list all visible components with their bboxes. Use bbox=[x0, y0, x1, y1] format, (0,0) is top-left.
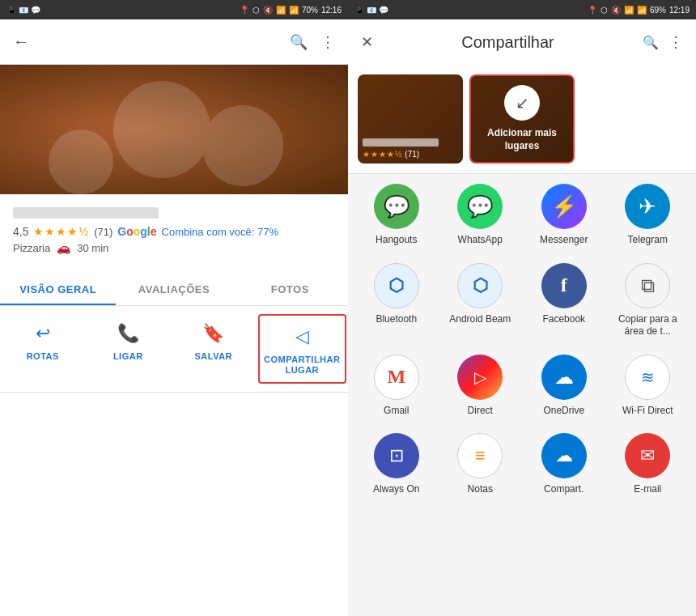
close-button[interactable]: ✕ bbox=[361, 33, 373, 51]
tab-fotos[interactable]: FOTOS bbox=[232, 274, 348, 305]
share-item-bluetooth[interactable]: ⬡ Bluetooth bbox=[361, 263, 432, 338]
left-panel: 📱 📧 💬 📍 ⬡ 🔇 📶 📶 70% 12:16 ← 🔍 ⋮ 4,5 bbox=[0, 0, 348, 616]
thumbnails-row: ★★★★½ (71) ↙ Adicionar mais lugares bbox=[348, 65, 696, 174]
search-button-right[interactable]: 🔍 bbox=[643, 35, 659, 50]
right-app-icons: 📱 📧 💬 bbox=[354, 6, 388, 15]
share-row-3: M Gmail ▷ Direct ☁ OneDrive ≋ Wi-Fi Dire… bbox=[354, 355, 690, 418]
search-button[interactable]: 🔍 bbox=[290, 33, 308, 51]
status-left-icons: 📱 📧 💬 bbox=[6, 6, 40, 15]
ligar-button[interactable]: 📞 LIGAR bbox=[86, 312, 172, 385]
battery-right: 69% bbox=[650, 6, 666, 15]
category-row: Pizzaria 🚗 30 min bbox=[13, 241, 335, 254]
bluetooth-label: Bluetooth bbox=[376, 313, 417, 326]
tabs-bar: VISÃO GERAL AVALIAÇÕES FOTOS bbox=[0, 274, 348, 306]
add-more-icon: ↙ bbox=[504, 85, 540, 121]
facebook-icon: f bbox=[541, 263, 587, 308]
direct-icon: ▷ bbox=[457, 355, 503, 400]
share-row-4: ⊡ Always On ≡ Notas ☁ Compart. ✉ E-mail bbox=[354, 433, 690, 496]
whatsapp-label: WhatsApp bbox=[458, 234, 503, 247]
widirect-icon: ≋ bbox=[625, 355, 670, 400]
alwayson-label: Always On bbox=[373, 483, 419, 496]
widirect-label: Wi-Fi Direct bbox=[622, 405, 673, 418]
alwayson-icon: ⊡ bbox=[374, 433, 419, 478]
androidbeam-label: Android Beam bbox=[449, 313, 511, 326]
add-more-label: Adicionar mais lugares bbox=[471, 127, 573, 152]
action-bar: ↩ ROTAS 📞 LIGAR 🔖 SALVAR ◁ COMPARTILHAR … bbox=[0, 306, 348, 393]
place-name-blurred bbox=[13, 207, 159, 219]
share-item-facebook[interactable]: f Facebook bbox=[528, 263, 600, 338]
email-label: E-mail bbox=[634, 483, 661, 496]
compartilhar-button[interactable]: ◁ COMPARTILHAR LUGAR bbox=[258, 314, 347, 384]
share-item-email[interactable]: ✉ E-mail bbox=[612, 433, 683, 496]
messenger-label: Messenger bbox=[540, 234, 588, 247]
right-status-right: 📍 ⬡ 🔇 📶 📶 69% 12:19 bbox=[588, 6, 690, 15]
left-header: ← 🔍 ⋮ bbox=[0, 19, 348, 65]
tab-visao-geral[interactable]: VISÃO GERAL bbox=[0, 274, 116, 305]
location-icon: 📍 bbox=[240, 6, 249, 15]
messenger-icon: ⚡ bbox=[541, 184, 587, 229]
phone-icon: 📞 bbox=[113, 319, 142, 348]
share-title: Compartilhar bbox=[373, 33, 643, 52]
tab-avaliacoes[interactable]: AVALIAÇÕES bbox=[116, 274, 231, 305]
notas-label: Notas bbox=[468, 483, 493, 496]
time-left: 12:16 bbox=[321, 6, 342, 15]
share-item-telegram[interactable]: ✈ Telegram bbox=[612, 184, 683, 247]
right-silent: 🔇 bbox=[611, 6, 621, 15]
place-thumbnail[interactable]: ★★★★½ (71) bbox=[358, 74, 463, 164]
rating-row: 4,5 ★★★★½ (71) Google Combina com você: … bbox=[13, 225, 335, 238]
place-hero-image bbox=[0, 65, 348, 194]
rotas-button[interactable]: ↩ ROTAS bbox=[0, 312, 86, 385]
hangouts-icon: 💬 bbox=[374, 184, 419, 229]
telegram-label: Telegram bbox=[628, 234, 668, 247]
more-button-right[interactable]: ⋮ bbox=[668, 33, 683, 51]
svg-point-1 bbox=[49, 130, 113, 194]
right-header: ✕ Compartilhar 🔍 ⋮ bbox=[348, 19, 696, 65]
compart-label: Compart. bbox=[544, 483, 584, 496]
stars-left: ★★★★½ bbox=[33, 225, 89, 238]
share-item-whatsapp[interactable]: 💬 WhatsApp bbox=[444, 184, 516, 247]
androidbeam-icon: ⬡ bbox=[457, 263, 503, 308]
google-logo: Google bbox=[117, 225, 156, 238]
share-item-alwayson[interactable]: ⊡ Always On bbox=[361, 433, 432, 496]
thumb-rating: ★★★★½ (71) bbox=[363, 150, 458, 159]
share-item-messenger[interactable]: ⚡ Messenger bbox=[528, 184, 600, 247]
app-icons: 📱 📧 💬 bbox=[6, 6, 40, 15]
share-item-onedrive[interactable]: ☁ OneDrive bbox=[528, 355, 600, 418]
right-bluetooth: ⬡ bbox=[601, 6, 608, 15]
whatsapp-icon: 💬 bbox=[457, 184, 503, 229]
signal-icon: 📶 bbox=[289, 6, 299, 15]
right-status-bar: 📱 📧 💬 📍 ⬡ 🔇 📶 📶 69% 12:19 bbox=[348, 0, 696, 19]
right-location-icon: 📍 bbox=[588, 6, 597, 15]
left-status-bar: 📱 📧 💬 📍 ⬡ 🔇 📶 📶 70% 12:16 bbox=[0, 0, 348, 19]
add-more-card[interactable]: ↙ Adicionar mais lugares bbox=[469, 74, 575, 164]
back-button[interactable]: ← bbox=[13, 32, 29, 51]
compartilhar-label: COMPARTILHAR LUGAR bbox=[263, 355, 342, 376]
status-right-info: 📍 ⬡ 🔇 📶 📶 70% 12:16 bbox=[240, 6, 342, 15]
match-text: Combina com você: 77% bbox=[162, 226, 279, 238]
share-item-widirect[interactable]: ≋ Wi-Fi Direct bbox=[612, 355, 683, 418]
share-item-notas[interactable]: ≡ Notas bbox=[444, 433, 516, 496]
onedrive-label: OneDrive bbox=[543, 405, 584, 418]
gmail-label: Gmail bbox=[384, 405, 409, 418]
hangouts-label: Hangouts bbox=[376, 234, 417, 247]
share-item-gmail[interactable]: M Gmail bbox=[361, 355, 432, 418]
share-item-compart[interactable]: ☁ Compart. bbox=[528, 433, 600, 496]
direct-label: Direct bbox=[468, 405, 493, 418]
salvar-label: SALVAR bbox=[194, 351, 232, 361]
thumb-stars: ★★★★½ bbox=[363, 150, 402, 159]
share-item-hangouts[interactable]: 💬 Hangouts bbox=[361, 184, 432, 247]
car-icon: 🚗 bbox=[57, 241, 70, 254]
copy-icon: ⧉ bbox=[625, 263, 670, 308]
svg-point-0 bbox=[113, 81, 210, 178]
share-item-androidbeam[interactable]: ⬡ Android Beam bbox=[444, 263, 516, 338]
ligar-label: LIGAR bbox=[113, 351, 143, 361]
share-item-copy[interactable]: ⧉ Copiar para a área de t... bbox=[612, 263, 683, 338]
wifi-icon: 📶 bbox=[276, 6, 286, 15]
rating-number: 4,5 bbox=[13, 225, 28, 238]
more-button[interactable]: ⋮ bbox=[320, 33, 335, 51]
share-item-direct[interactable]: ▷ Direct bbox=[444, 355, 516, 418]
right-status-left: 📱 📧 💬 bbox=[354, 6, 388, 15]
silent-icon: 🔇 bbox=[263, 6, 273, 15]
thumb-name-blur bbox=[363, 138, 439, 147]
salvar-button[interactable]: 🔖 SALVAR bbox=[171, 312, 257, 385]
